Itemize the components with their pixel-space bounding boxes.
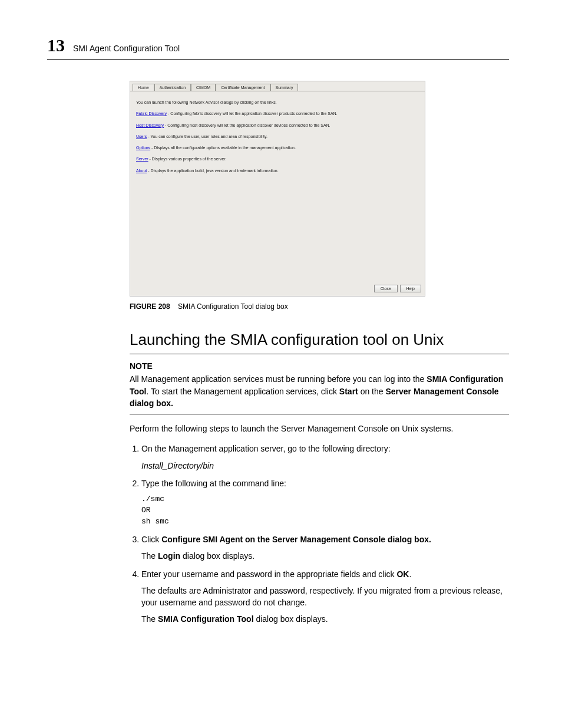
sub-part: dialog box displays.	[180, 551, 254, 561]
note-rule	[130, 414, 509, 414]
sub-part: The	[141, 551, 158, 561]
tab-cimom[interactable]: CIMOM	[191, 84, 216, 91]
dialog-item: Options - Displays all the configurable …	[136, 144, 419, 151]
step-text: On the Management application server, go…	[141, 444, 391, 453]
dialog-tabs: Home Authentication CIMOM Certificate Ma…	[130, 81, 425, 91]
tab-certificate-management[interactable]: Certificate Management	[216, 84, 270, 91]
tab-home[interactable]: Home	[133, 84, 154, 91]
step-bold: OK	[396, 569, 409, 579]
figure-container: Home Authentication CIMOM Certificate Ma…	[130, 81, 509, 297]
section-heading: Launching the SMIA configuration tool on…	[130, 331, 509, 349]
dialog-intro-text: You can launch the following Network Adv…	[136, 98, 419, 106]
link-fabric-discovery[interactable]: Fabric Discovery	[136, 111, 167, 116]
intro-paragraph: Perform the following steps to launch th…	[130, 423, 509, 434]
help-button[interactable]: Help	[400, 285, 421, 292]
page-header: 13 SMI Agent Configuration Tool	[47, 35, 509, 60]
note-part: . To start the Management application se…	[147, 387, 339, 396]
dialog-item: Fabric Discovery - Configuring fabric di…	[136, 110, 419, 117]
figure-label: FIGURE 208	[130, 302, 170, 311]
sub-part: dialog box displays.	[254, 614, 328, 624]
steps-list: On the Management application server, go…	[130, 443, 509, 625]
tab-summary[interactable]: Summary	[270, 84, 299, 91]
sub-part: The	[141, 614, 158, 624]
dialog-footer: Close Help	[130, 281, 425, 296]
dialog-item: Host Discovery - Configuring host discov…	[136, 121, 419, 129]
figure-caption: FIGURE 208 SMIA Configuration Tool dialo…	[130, 302, 509, 311]
step-sub: The SMIA Configuration Tool dialog box d…	[141, 613, 509, 625]
link-options[interactable]: Options	[136, 146, 150, 150]
figure-caption-text: SMIA Configuration Tool dialog box	[178, 302, 288, 311]
dialog-item: Users - You can configure the user, user…	[136, 133, 419, 140]
link-users[interactable]: Users	[136, 134, 147, 139]
step-bold: Configure SMI Agent on the Server Manage…	[161, 535, 431, 544]
install-path: Install_Directory/bin	[141, 460, 509, 472]
dialog-item: About - Displays the application build, …	[136, 167, 419, 174]
step-2: Type the following at the command line: …	[141, 477, 509, 528]
step-sub: The Login dialog box displays.	[141, 550, 509, 562]
note-label: NOTE	[130, 360, 509, 372]
item-desc: - Configuring fabric discovery will let …	[167, 111, 337, 116]
dialog-item: Server - Displays various properties of …	[136, 155, 419, 163]
item-desc: - Displays the application build, java v…	[147, 169, 278, 173]
step-text: Type the following at the command line:	[141, 479, 286, 488]
note-bold: Start	[339, 387, 358, 396]
item-desc: - You can configure the user, user roles…	[147, 134, 267, 139]
sub-bold: SMIA Configuration Tool	[158, 614, 254, 624]
step-4: Enter your username and password in the …	[141, 568, 509, 625]
step-text: Enter your username and password in the …	[141, 569, 396, 579]
smia-config-dialog: Home Authentication CIMOM Certificate Ma…	[130, 81, 425, 297]
chapter-title: SMI Agent Configuration Tool	[73, 44, 180, 53]
step-1: On the Management application server, go…	[141, 443, 509, 472]
link-about[interactable]: About	[136, 169, 147, 173]
item-desc: - Configuring host discovery will let th…	[164, 123, 330, 127]
step-text: .	[409, 569, 411, 579]
step-3: Click Configure SMI Agent on the Server …	[141, 533, 509, 562]
note-part: on the	[358, 387, 386, 396]
section-rule	[130, 354, 509, 354]
link-server[interactable]: Server	[136, 157, 148, 161]
tab-authentication[interactable]: Authentication	[154, 84, 191, 91]
step-sub: The defaults are Administrator and passw…	[141, 585, 509, 609]
item-desc: - Displays various properties of the ser…	[148, 157, 227, 161]
command-block: ./smc OR sh smc	[141, 494, 509, 528]
item-desc: - Displays all the configurable options …	[150, 146, 296, 150]
chapter-number: 13	[47, 35, 65, 55]
dialog-body: You can launch the following Network Adv…	[130, 91, 425, 281]
close-button[interactable]: Close	[374, 285, 398, 292]
sub-bold: Login	[158, 551, 180, 561]
link-host-discovery[interactable]: Host Discovery	[136, 123, 164, 127]
step-text: Click	[141, 535, 161, 544]
note-text: All Management application services must…	[130, 373, 509, 409]
note-part: All Management application services must…	[130, 374, 427, 384]
